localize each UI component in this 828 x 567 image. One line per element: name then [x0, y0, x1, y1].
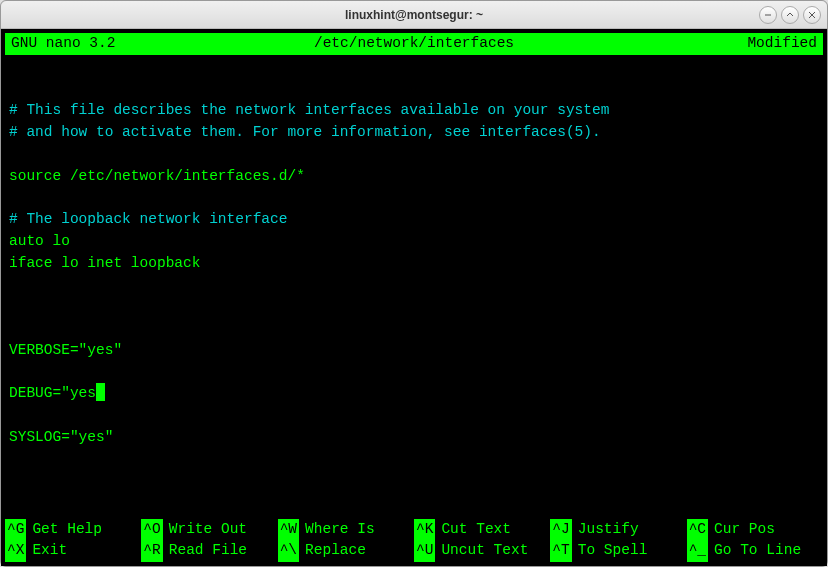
window-controls [759, 6, 821, 24]
terminal-window: linuxhint@montsegur: ~ GNU nano 3.2 /etc… [0, 0, 828, 567]
shortcut-writeout[interactable]: ^OWrite Out [141, 519, 277, 541]
shortcut-tospell[interactable]: ^TTo Spell [550, 540, 686, 562]
code-line: iface lo inet loopback [9, 255, 200, 271]
titlebar: linuxhint@montsegur: ~ [1, 1, 827, 29]
comment-line: # and how to activate them. For more inf… [9, 124, 601, 140]
comment-line: # This file describes the network interf… [9, 102, 609, 118]
shortcut-justify[interactable]: ^JJustify [550, 519, 686, 541]
shortcut-curpos[interactable]: ^CCur Pos [687, 519, 823, 541]
cursor [96, 383, 105, 401]
shortcut-uncuttext[interactable]: ^UUncut Text [414, 540, 550, 562]
code-line: source /etc/network/interfaces.d/* [9, 168, 305, 184]
nano-header: GNU nano 3.2 /etc/network/interfaces Mod… [5, 33, 823, 55]
shortcut-help[interactable]: ^GGet Help [5, 519, 141, 541]
code-line: SYSLOG="yes" [9, 429, 113, 445]
nano-filename: /etc/network/interfaces [314, 33, 514, 55]
code-line: VERBOSE="yes" [9, 342, 122, 358]
code-line: DEBUG="yes [9, 385, 105, 401]
close-button[interactable] [803, 6, 821, 24]
editor-line: # This file describes the network interf… [9, 102, 609, 444]
shortcut-cuttext[interactable]: ^KCut Text [414, 519, 550, 541]
shortcut-exit[interactable]: ^XExit [5, 540, 141, 562]
nano-app-name: GNU nano 3.2 [11, 33, 115, 55]
shortcut-readfile[interactable]: ^RRead File [141, 540, 277, 562]
shortcut-gotoline[interactable]: ^_Go To Line [687, 540, 823, 562]
comment-line: # The loopback network interface [9, 211, 287, 227]
terminal-area[interactable]: GNU nano 3.2 /etc/network/interfaces Mod… [1, 29, 827, 566]
shortcut-whereis[interactable]: ^WWhere Is [278, 519, 414, 541]
maximize-button[interactable] [781, 6, 799, 24]
editor-content[interactable]: # This file describes the network interf… [5, 55, 823, 494]
nano-status: Modified [747, 33, 817, 55]
nano-shortcuts: ^GGet Help ^OWrite Out ^WWhere Is ^KCut … [5, 519, 823, 563]
window-title: linuxhint@montsegur: ~ [345, 8, 483, 22]
minimize-button[interactable] [759, 6, 777, 24]
shortcut-replace[interactable]: ^\Replace [278, 540, 414, 562]
code-line: auto lo [9, 233, 70, 249]
